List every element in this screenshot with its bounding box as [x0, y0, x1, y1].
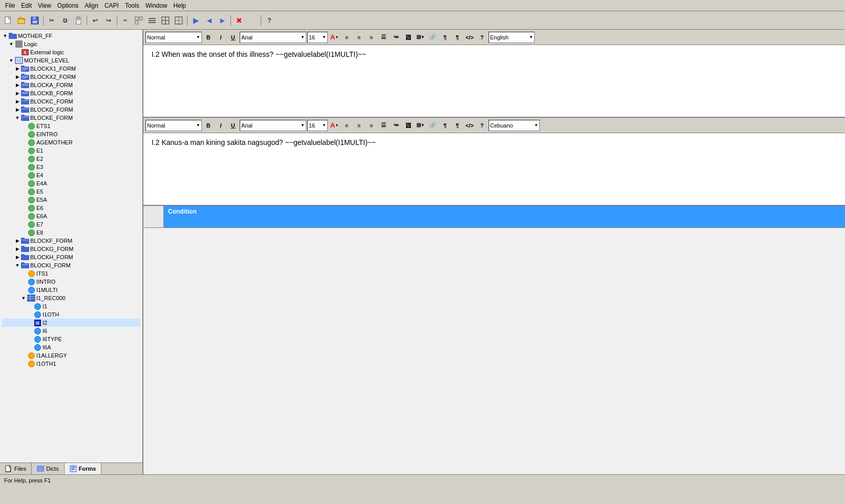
tree-toggle[interactable]: ▼	[8, 41, 14, 47]
tree-item-e4a[interactable]: ▶ E4A	[2, 179, 140, 187]
tree-item-iintro[interactable]: ▶ IINTRO	[2, 278, 140, 286]
undo-button[interactable]: ↩	[89, 14, 101, 27]
align-center-1[interactable]: ≡	[353, 32, 365, 43]
tree-toggle[interactable]: ▼	[20, 295, 27, 301]
table-btn-2[interactable]: ⊞▼	[415, 120, 426, 131]
bullet-list-2[interactable]: ☰	[378, 120, 389, 131]
menu-align[interactable]: Align	[81, 1, 101, 10]
tree-item-i6a[interactable]: ▶ I6A	[2, 343, 140, 351]
style-dropdown-1[interactable]: Normal ▼	[145, 32, 202, 43]
lang-dropdown-1[interactable]: English ▼	[489, 32, 535, 43]
menu-window[interactable]: Window	[142, 1, 171, 10]
tab-forms[interactable]: Forms	[65, 463, 102, 474]
stop-button[interactable]: ✖	[233, 14, 245, 27]
toolbar-btn-7[interactable]: ▶	[216, 14, 228, 27]
help-btn-2[interactable]: ?	[476, 120, 488, 131]
font-color-button-1[interactable]: A▼	[329, 32, 340, 43]
menu-edit[interactable]: Edit	[18, 1, 35, 10]
tree-item-blockx1[interactable]: ▶ BLOCKX1_FORM	[2, 65, 140, 73]
code-btn-1[interactable]: </>	[464, 32, 475, 43]
menu-tools[interactable]: Tools	[122, 1, 142, 10]
tree-toggle[interactable]: ▶	[14, 66, 20, 72]
link-btn-2[interactable]: 🔗	[427, 120, 438, 131]
tab-files[interactable]: Files	[0, 463, 32, 474]
font-color-button-2[interactable]: A▼	[329, 120, 340, 131]
italic-button-2[interactable]: I	[215, 120, 226, 131]
toolbar-btn-2[interactable]	[133, 14, 145, 27]
toolbar-btn-6[interactable]: ◀	[203, 14, 215, 27]
save-button[interactable]	[29, 14, 41, 27]
align-right-2[interactable]: ≡	[366, 120, 377, 131]
tree-toggle[interactable]: ▼	[14, 262, 20, 268]
tree-item-i1allergy[interactable]: ▶ I1ALLERGY	[2, 351, 140, 360]
tree-item-blocki[interactable]: ▼ BLOCKI_FORM	[2, 261, 140, 269]
tree-item-blockx2[interactable]: ▶ BLOCKX2_FORM	[2, 73, 140, 81]
tree-item-e4[interactable]: ▶ E4	[2, 171, 140, 179]
tree-toggle[interactable]: ▼	[8, 57, 14, 64]
image-btn-2[interactable]: 🖼	[403, 120, 414, 131]
image-btn-1[interactable]: 🖼	[403, 32, 414, 43]
tree-item-e1[interactable]: ▶ E1	[2, 146, 140, 155]
tree-item-blockg[interactable]: ▶ BLOCKG_FORM	[2, 245, 140, 253]
align-left-1[interactable]: ≡	[341, 32, 352, 43]
toolbar-btn-1[interactable]: ✂	[119, 14, 132, 27]
toolbar-btn-4[interactable]	[159, 14, 172, 27]
font-dropdown-2[interactable]: Arial ▼	[240, 120, 306, 131]
tree-item-ets1[interactable]: ▶ ETS1	[2, 122, 140, 130]
tree-item-eintro[interactable]: ▶ EINTRO	[2, 130, 140, 138]
tree-toggle[interactable]: ▶	[14, 246, 20, 252]
open-button[interactable]	[15, 14, 28, 27]
tree-item-its1[interactable]: ▶ ITS1	[2, 269, 140, 278]
menu-options[interactable]: Options	[54, 1, 81, 10]
menu-view[interactable]: View	[35, 1, 54, 10]
lang-dropdown-2[interactable]: Cebuano ▼	[489, 120, 540, 131]
tree-toggle[interactable]: ▶	[14, 82, 20, 88]
tree-toggle[interactable]: ▼	[2, 33, 8, 39]
tree-item-i6[interactable]: ▶ I6	[2, 327, 140, 335]
bullet-list-1[interactable]: ☰	[378, 32, 389, 43]
align-left-2[interactable]: ≡	[341, 120, 352, 131]
paste-button[interactable]	[72, 14, 84, 27]
tree-toggle[interactable]: ▶	[14, 74, 20, 80]
align-right-1[interactable]: ≡	[366, 32, 377, 43]
tree-item-i1[interactable]: ▶ I1	[2, 302, 140, 310]
link-btn-1[interactable]: 🔗	[427, 32, 438, 43]
tree-item-external-logic[interactable]: ▶ E External logic	[2, 48, 140, 56]
menu-help[interactable]: Help	[171, 1, 189, 10]
italic-button-1[interactable]: I	[215, 32, 226, 43]
run-button[interactable]: ▶	[189, 14, 202, 27]
menu-file[interactable]: File	[2, 1, 18, 10]
font-dropdown-1[interactable]: Arial ▼	[240, 32, 306, 43]
tree-item-blockd[interactable]: ▶ BLOCKD_FORM	[2, 106, 140, 114]
tree-item-e6[interactable]: ▶ E6	[2, 204, 140, 212]
style-dropdown-2[interactable]: Normal ▼	[145, 120, 202, 131]
tree-item-i1rec000[interactable]: ▼ I1_REC000	[2, 294, 140, 302]
pilcrow-btn-1[interactable]: ¶	[439, 32, 451, 43]
tree-item-mother-level[interactable]: ▼ MOTHER_LEVEL	[2, 56, 140, 65]
help-btn-1[interactable]: ?	[476, 32, 488, 43]
tree-toggle[interactable]: ▶	[14, 98, 20, 104]
tree-item-e3[interactable]: ▶ E3	[2, 163, 140, 171]
copy-button[interactable]: ⧉	[59, 14, 71, 27]
tree-item-i1oth1[interactable]: ▶ I1OTH1	[2, 360, 140, 368]
pilcrow-btn-2[interactable]: ¶	[439, 120, 451, 131]
bold-button-2[interactable]: B	[203, 120, 214, 131]
tree-item-e7[interactable]: ▶ E7	[2, 220, 140, 228]
code-btn-2[interactable]: </>	[464, 120, 475, 131]
tree-item-e5a[interactable]: ▶ E5A	[2, 196, 140, 204]
tree-item-i1oth[interactable]: ▶ I1OTH	[2, 310, 140, 319]
underline-button-2[interactable]: U	[227, 120, 239, 131]
tree-item-blockb[interactable]: ▶ BLOCKB_FORM	[2, 89, 140, 97]
tree-item-mother-ff[interactable]: ▼ MOTHER_FF	[2, 32, 140, 40]
tree-item-blockh[interactable]: ▶ BLOCKH_FORM	[2, 253, 140, 261]
numbered-list-1[interactable]: ≔	[390, 32, 402, 43]
menu-capi[interactable]: CAPI	[101, 1, 122, 10]
editor-content-1[interactable]: I.2 When was the onset of this illness? …	[143, 45, 845, 117]
underline-button-1[interactable]: U	[227, 32, 239, 43]
tree-item-blockc[interactable]: ▶ BLOCKC_FORM	[2, 97, 140, 106]
tree-item-logic[interactable]: ▼ Logic	[2, 40, 140, 48]
tree-item-agemother[interactable]: ▶ AGEMOTHER	[2, 138, 140, 146]
pilcrow-right-2[interactable]: ¶	[452, 120, 463, 131]
help-button[interactable]: ?	[263, 14, 276, 27]
tree-area[interactable]: ▼ MOTHER_FF ▼ Logic ▶ E External logic	[0, 30, 142, 463]
